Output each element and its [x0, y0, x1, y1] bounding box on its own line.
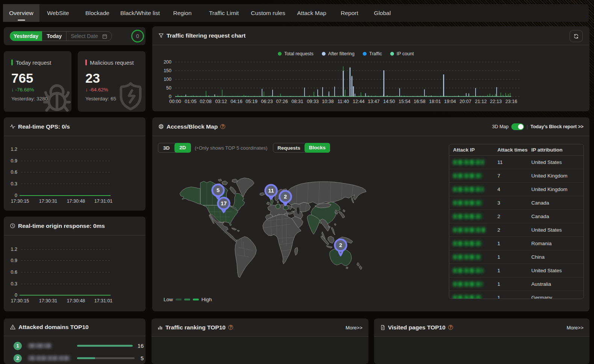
svg-text:0.9: 0.9	[11, 258, 17, 263]
svg-text:5: 5	[217, 187, 220, 193]
svg-text:03:12: 03:12	[215, 99, 227, 104]
svg-text:17:30:15: 17:30:15	[11, 298, 29, 303]
svg-text:11: 11	[268, 188, 274, 194]
svg-text:11:40: 11:40	[338, 99, 349, 104]
svg-text:01:05: 01:05	[185, 99, 196, 104]
svg-text:00:00: 00:00	[169, 99, 181, 104]
svg-text:0.3: 0.3	[11, 181, 17, 187]
svg-text:10:38: 10:38	[322, 99, 333, 104]
svg-text:20:07: 20:07	[459, 99, 471, 104]
svg-text:0.9: 0.9	[11, 158, 17, 164]
svg-text:17: 17	[221, 200, 227, 206]
svg-text:18:01: 18:01	[429, 99, 441, 104]
svg-text:0: 0	[169, 94, 171, 99]
svg-text:23:16: 23:16	[505, 99, 517, 104]
svg-text:04:16: 04:16	[230, 99, 242, 104]
svg-text:13:47: 13:47	[368, 99, 379, 104]
svg-text:1.2: 1.2	[11, 247, 17, 252]
svg-text:08:31: 08:31	[291, 99, 303, 104]
svg-text:100: 100	[164, 77, 171, 82]
svg-text:05:19: 05:19	[245, 99, 257, 104]
svg-text:0.6: 0.6	[11, 270, 17, 275]
svg-text:0.3: 0.3	[11, 281, 17, 287]
svg-text:50: 50	[166, 85, 171, 91]
svg-text:1.2: 1.2	[11, 147, 17, 152]
svg-text:19:04: 19:04	[444, 99, 456, 104]
svg-text:17:30:31: 17:30:31	[39, 298, 58, 303]
svg-text:150: 150	[164, 68, 171, 73]
svg-text:17:31:01: 17:31:01	[94, 298, 113, 303]
svg-text:06:23: 06:23	[261, 99, 273, 104]
svg-text:17:30:15: 17:30:15	[11, 199, 29, 204]
svg-text:09:33: 09:33	[307, 99, 318, 104]
svg-text:07:26: 07:26	[276, 99, 288, 104]
svg-text:0: 0	[15, 293, 17, 298]
svg-text:2: 2	[284, 194, 287, 200]
svg-text:22:13: 22:13	[490, 99, 502, 104]
svg-text:17:30:48: 17:30:48	[67, 199, 85, 204]
svg-text:200: 200	[164, 59, 171, 65]
svg-text:16:58: 16:58	[414, 99, 425, 104]
svg-text:12:44: 12:44	[353, 99, 364, 104]
svg-text:17:30:31: 17:30:31	[39, 199, 58, 204]
svg-text:0: 0	[15, 193, 17, 198]
svg-text:0.6: 0.6	[11, 170, 17, 175]
svg-text:17:30:48: 17:30:48	[67, 298, 85, 303]
svg-text:15:54: 15:54	[399, 99, 410, 104]
svg-text:2: 2	[339, 242, 342, 248]
svg-text:14:50: 14:50	[383, 99, 395, 104]
svg-text:17:31:01: 17:31:01	[94, 199, 113, 204]
svg-text:02:08: 02:08	[200, 99, 211, 104]
svg-text:21:12: 21:12	[475, 99, 486, 104]
